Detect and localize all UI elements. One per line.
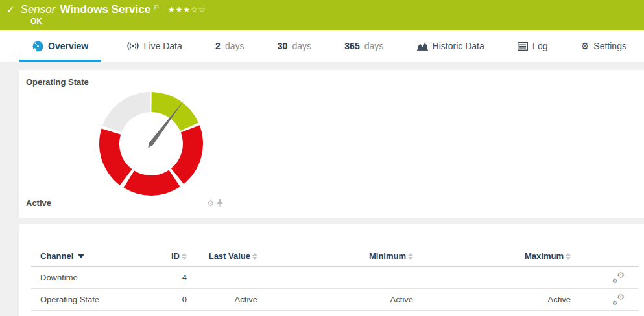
tab-365-days[interactable]: 365 days [336,30,392,62]
cell-last-value: Active [187,295,257,304]
channel-table-header-row: Channel ID Last Value Minimum Maximum [31,246,639,267]
live-data-broadcast-icon [126,41,139,51]
channel-table-row[interactable]: Downtime -4 ⚙ ⚙ [31,267,639,289]
cell-maximum: Active [413,295,571,304]
tab-overview-label: Overview [48,41,88,51]
gauge-settings-gear-icon[interactable]: ⚙ [207,199,214,208]
tab-historic-data[interactable]: Historic Data [409,30,493,62]
gauge-icon [32,41,43,52]
tab-log[interactable]: Log [509,30,556,62]
sensor-title: Windows Service [60,3,150,16]
column-header-channel[interactable]: Channel [31,251,122,261]
tab-overview[interactable]: Overview [19,30,101,62]
operating-state-gauge-chart [19,87,644,198]
column-header-last-value-label: Last Value [209,251,250,261]
tab-30-days-unit: days [292,41,311,51]
gauge-footer: Active ⚙ [25,198,224,212]
column-header-id-label: ID [171,251,180,261]
cell-channel-id: -4 [122,273,187,282]
channel-settings-gears-icon[interactable]: ⚙ ⚙ [612,272,625,283]
tab-settings[interactable]: ⚙ Settings [573,30,635,62]
column-header-id[interactable]: ID [122,251,187,261]
priority-stars[interactable]: ★★★☆☆ [168,5,206,14]
sort-descending-icon [78,254,84,258]
channel-table-row[interactable]: Operating State 0 Active Active Active ⚙… [31,289,639,311]
tab-2-days[interactable]: 2 days [207,30,252,62]
channel-table-body: Downtime -4 ⚙ ⚙ Operating State 0 Active… [19,267,644,311]
tab-historic-data-label: Historic Data [433,41,484,51]
status-ok-check-icon: ✓ [6,4,15,16]
column-header-channel-label: Channel [40,251,73,261]
gauge-panel-title: Operating State [19,70,644,87]
flag-icon[interactable]: ⚐ [153,3,160,12]
content-area: Operating State Active ⚙ Channel ID [0,62,644,316]
tab-live-data[interactable]: Live Data [118,30,191,62]
settings-gear-icon: ⚙ [581,41,590,51]
gauge-current-value: Active [26,198,51,208]
tab-30-days-number: 30 [278,41,288,51]
tab-30-days[interactable]: 30 days [269,30,320,62]
column-header-last-value[interactable]: Last Value [187,251,257,261]
sort-toggle-icon[interactable] [408,253,413,260]
tab-settings-label: Settings [593,41,626,51]
stars-filled[interactable]: ★★★ [168,5,191,14]
sort-toggle-icon[interactable] [566,253,571,260]
tab-2-days-unit: days [225,41,244,51]
log-list-icon [518,42,528,51]
cell-channel-id: 0 [122,295,187,304]
column-header-maximum[interactable]: Maximum [413,251,571,261]
tab-log-label: Log [532,41,547,51]
cell-channel-name: Operating State [31,295,122,304]
column-header-maximum-label: Maximum [525,251,564,261]
stars-empty[interactable]: ☆☆ [191,5,206,14]
cell-minimum: Active [257,295,413,304]
sort-toggle-icon[interactable] [252,253,257,260]
tab-bar: Overview Live Data 2 days 30 days 365 da… [0,30,644,62]
tab-365-days-unit: days [364,41,384,51]
tab-2-days-number: 2 [215,41,221,51]
pin-icon[interactable] [217,199,223,207]
cell-channel-name: Downtime [31,273,122,282]
channel-table-panel: Channel ID Last Value Minimum Maximum [19,224,644,316]
tab-365-days-number: 365 [344,41,359,51]
sensor-status-header: ✓ Sensor Windows Service ⚐ ★★★☆☆ OK [0,0,644,30]
tab-live-data-label: Live Data [144,41,182,51]
sort-toggle-icon[interactable] [182,253,187,260]
column-header-minimum-label: Minimum [369,251,406,261]
historic-data-chart-icon [417,41,428,51]
column-header-minimum[interactable]: Minimum [257,251,413,261]
channel-settings-gears-icon[interactable]: ⚙ ⚙ [612,294,625,305]
operating-state-gauge-panel: Operating State Active ⚙ [19,70,644,218]
sensor-status-text: OK [30,17,644,26]
object-kind-label: Sensor [21,3,56,16]
